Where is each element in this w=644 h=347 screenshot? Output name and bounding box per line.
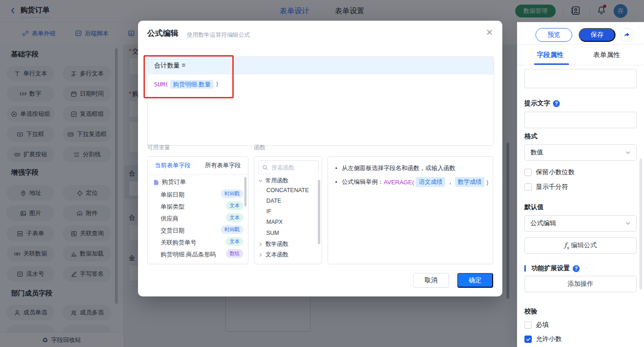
- app-window: 购货订单 表单设计 表单设置 数据管理 存 表单外链: [0, 0, 644, 347]
- functions-scrollbar[interactable]: [318, 180, 320, 244]
- tab-field-properties[interactable]: 字段属性: [537, 51, 564, 59]
- tab-current-form-fields[interactable]: 当前表单字段: [148, 157, 198, 174]
- tab-all-form-fields[interactable]: 所有表单字段: [198, 157, 248, 174]
- type-badge-time: 时间戳: [221, 225, 243, 234]
- help-icon[interactable]: ?: [553, 100, 560, 107]
- formula-expression: SUM(购货明细.数量): [148, 74, 494, 95]
- function-search-input[interactable]: [270, 161, 318, 174]
- variable-item[interactable]: 关联购货单号: [161, 239, 196, 247]
- function-group-text[interactable]: 文本函数: [258, 251, 288, 259]
- field-chip[interactable]: 购货明细.数量: [170, 80, 213, 89]
- cancel-button[interactable]: 取消: [413, 273, 449, 288]
- allow-decimal-checkbox[interactable]: 允许小数: [524, 335, 562, 343]
- section-accent-bar: [524, 265, 526, 272]
- type-badge-array: 数组: [226, 249, 243, 258]
- variables-scrollbar[interactable]: [244, 177, 247, 206]
- keep-decimal-checkbox[interactable]: 保留小数位数: [524, 168, 575, 176]
- divider: [517, 44, 644, 45]
- edit-formula-button[interactable]: ƒx 编辑公式: [524, 237, 637, 254]
- search-icon: [262, 164, 269, 171]
- share-button[interactable]: [620, 28, 634, 42]
- default-value-select[interactable]: 公式编辑: [524, 215, 637, 232]
- function-name: SUM(: [154, 81, 168, 88]
- description-input[interactable]: [524, 69, 637, 88]
- share-arrow-icon: [623, 31, 631, 39]
- required-checkbox[interactable]: 必填: [524, 321, 549, 329]
- tip-line-1: 从左侧面板选择字段名和函数，或输入函数: [335, 164, 455, 172]
- function-search: [258, 160, 319, 174]
- function-group-common[interactable]: 常用函数: [258, 177, 288, 185]
- variable-item[interactable]: 单据日期: [161, 191, 184, 199]
- example-field-chip: 数学成绩: [455, 177, 484, 187]
- bullet-dot: [335, 181, 337, 183]
- formula-edit-modal: 公式编辑 使用数学运算符编辑公式 ✕ 合计数量 = SUM(购货明细.数量) 可…: [138, 21, 502, 296]
- function-item[interactable]: MAPX: [266, 219, 282, 225]
- functions-label: 函数: [254, 144, 265, 152]
- example-field-chip: 语文成绩: [416, 177, 445, 187]
- checkbox-checked: [524, 336, 532, 343]
- tip-line-2: 公式编辑举例：AVERAGE( 语文成绩， 数学成绩): [335, 177, 489, 187]
- checkbox-unchecked: [524, 183, 532, 191]
- fx-icon: ƒx: [564, 241, 569, 250]
- help-icon[interactable]: ?: [573, 265, 580, 272]
- chevron-right-icon: [258, 252, 263, 257]
- variable-item[interactable]: 单据类型: [161, 203, 184, 211]
- variables-panel: 当前表单字段 所有表单字段 购货订单 单据日期 时间戳 单据类型 文本 供应商 …: [147, 156, 248, 264]
- checkbox-unchecked: [524, 169, 532, 176]
- properties-drawer: 预览 保存 字段属性 表单属性 提示文字? 格式 数值 保留小数位数 显示千分符…: [517, 22, 644, 347]
- type-badge-text: 文本: [226, 237, 243, 246]
- function-item[interactable]: IF: [266, 208, 271, 215]
- hint-text-input[interactable]: [524, 112, 637, 128]
- format-label: 格式: [524, 132, 537, 141]
- chevron-down-icon: [258, 178, 263, 183]
- drawer-scrollbar[interactable]: [639, 159, 642, 290]
- bullet-dot: [335, 167, 337, 169]
- function-item[interactable]: DATE: [266, 198, 281, 204]
- save-button[interactable]: 保存: [579, 28, 615, 42]
- default-value-label: 默认值: [524, 203, 544, 211]
- variable-item[interactable]: 交货日期: [161, 227, 184, 235]
- modal-subtitle: 使用数学运算符编辑公式: [187, 31, 250, 39]
- checkbox-unchecked: [524, 321, 532, 329]
- variables-label: 可用变量: [147, 144, 170, 152]
- close-icon[interactable]: ✕: [486, 28, 493, 37]
- variables-tabs: 当前表单字段 所有表单字段: [148, 157, 248, 175]
- example-function-name: AVERAGE(: [384, 179, 414, 186]
- divider: [517, 65, 644, 65]
- add-action-button[interactable]: 添加操作: [524, 276, 637, 292]
- extension-settings-label: 功能扩展设置?: [524, 264, 580, 273]
- type-badge-text: 文本: [226, 213, 243, 222]
- formula-editor[interactable]: 合计数量 = SUM(购货明细.数量): [147, 57, 494, 146]
- preview-button[interactable]: 预览: [535, 28, 572, 42]
- document-icon: [153, 179, 159, 185]
- chevron-down-icon: [625, 221, 631, 226]
- format-select[interactable]: 数值: [524, 144, 637, 161]
- functions-panel: 常用函数 CONCATENATE DATE IF MAPX SUM 数学函数 文…: [254, 156, 322, 264]
- function-item[interactable]: SUM: [266, 230, 279, 236]
- thousand-separator-checkbox[interactable]: 显示千分符: [524, 183, 568, 191]
- tips-panel: 从左侧面板选择字段名和函数，或输入函数 公式编辑举例：AVERAGE( 语文成绩…: [328, 156, 493, 264]
- type-badge-time: 时间戳: [221, 189, 243, 198]
- function-group-math[interactable]: 数学函数: [258, 240, 288, 248]
- chevron-down-icon: [625, 150, 631, 155]
- confirm-button[interactable]: 确定: [457, 273, 493, 288]
- formula-target-strip: 合计数量 =: [148, 57, 494, 74]
- variables-tree-root[interactable]: 购货订单: [153, 178, 186, 186]
- chevron-right-icon: [258, 242, 263, 247]
- validation-label: 校验: [524, 307, 537, 316]
- variable-item[interactable]: 供应商: [161, 215, 178, 223]
- function-item[interactable]: CONCATENATE: [266, 187, 309, 193]
- type-badge-text: 文本: [226, 201, 243, 210]
- hint-text-label: 提示文字?: [524, 99, 560, 108]
- modal-title: 公式编辑: [147, 28, 178, 39]
- tab-form-properties[interactable]: 表单属性: [593, 51, 620, 59]
- variable-item[interactable]: 购货明细.商品条形码: [161, 250, 216, 259]
